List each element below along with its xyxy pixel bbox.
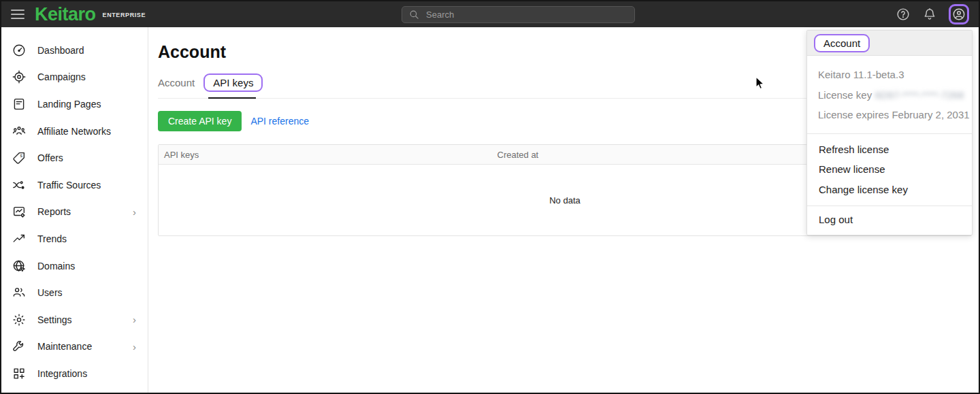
menu-item-account[interactable]: Account xyxy=(807,31,972,56)
search-bar[interactable] xyxy=(402,6,635,23)
menu-item-log-out[interactable]: Log out xyxy=(807,206,972,235)
trend-up-icon xyxy=(12,231,27,246)
tab-api-keys[interactable]: API keys xyxy=(203,73,263,92)
sidebar-item-label: Reports xyxy=(37,206,71,217)
license-key-label: License key xyxy=(818,89,872,101)
sidebar-item-users[interactable]: Users xyxy=(1,279,148,306)
sidebar-item-label: Traffic Sources xyxy=(37,180,101,191)
globe-icon xyxy=(12,259,27,274)
sidebar-item-label: Trends xyxy=(37,233,67,244)
chevron-right-icon: › xyxy=(133,206,136,218)
sidebar-item-label: Dashboard xyxy=(37,45,84,56)
sidebar-item-trends[interactable]: Trends xyxy=(1,225,148,252)
search-icon xyxy=(408,9,420,20)
report-chart-icon xyxy=(12,204,27,219)
account-avatar-button[interactable] xyxy=(949,4,969,24)
avatar-icon xyxy=(951,7,966,22)
app-window: Keitaro ENTERPRISE Dashboard Campaigns L… xyxy=(0,0,980,394)
gear-icon xyxy=(12,312,27,327)
sidebar-item-label: Maintenance xyxy=(37,341,92,352)
sidebar-item-affiliate-networks[interactable]: Affiliate Networks xyxy=(1,118,148,145)
chevron-right-icon: › xyxy=(133,314,136,325)
license-info-section: Keitaro 11.1-beta.3 License key 6D97-***… xyxy=(807,56,972,134)
sidebar: Dashboard Campaigns Landing Pages Affili… xyxy=(1,27,148,393)
active-tab-underline xyxy=(208,97,256,99)
sidebar-item-label: Landing Pages xyxy=(37,99,101,110)
app-version: Keitaro 11.1-beta.3 xyxy=(818,65,961,85)
sidebar-item-settings[interactable]: Settings › xyxy=(1,306,148,333)
tag-icon: s xyxy=(12,150,27,165)
api-reference-link[interactable]: API reference xyxy=(250,116,309,127)
gauge-icon xyxy=(12,43,27,58)
sidebar-item-integrations[interactable]: Integrations xyxy=(1,360,148,387)
branch-icon xyxy=(12,178,27,193)
license-key-row: License key 6D97-****-****-7268 xyxy=(818,85,961,105)
license-key-value: 6D97-****-****-7268 xyxy=(875,89,964,101)
people-group-icon xyxy=(12,124,27,139)
sidebar-item-traffic-sources[interactable]: Traffic Sources xyxy=(1,171,148,199)
edition-label: ENTERPRISE xyxy=(103,12,146,18)
license-expiry: License expires February 2, 2031 xyxy=(818,105,961,125)
create-api-key-button[interactable]: Create API key xyxy=(158,111,242,131)
bell-icon[interactable] xyxy=(922,7,937,22)
sidebar-item-label: Domains xyxy=(37,261,75,272)
sidebar-item-campaigns[interactable]: Campaigns xyxy=(1,64,148,91)
sidebar-item-label: Users xyxy=(37,287,63,298)
page-icon xyxy=(12,97,27,112)
sidebar-item-offers[interactable]: s Offers xyxy=(1,144,148,171)
hamburger-menu-icon[interactable] xyxy=(11,10,24,19)
sidebar-item-domains[interactable]: Domains xyxy=(1,252,148,280)
top-bar: Keitaro ENTERPRISE xyxy=(1,1,979,27)
sidebar-item-landing-pages[interactable]: Landing Pages xyxy=(1,91,148,118)
sidebar-item-label: Offers xyxy=(37,152,63,163)
sidebar-item-label: Settings xyxy=(37,314,72,325)
keitaro-logo[interactable]: Keitaro xyxy=(35,1,96,27)
menu-item-refresh-license[interactable]: Refresh license xyxy=(807,139,972,160)
sidebar-item-label: Integrations xyxy=(37,368,87,379)
sidebar-item-maintenance[interactable]: Maintenance › xyxy=(1,333,148,361)
menu-item-account-label: Account xyxy=(814,34,870,52)
license-actions-section: Refresh license Renew license Change lic… xyxy=(807,134,972,207)
wrench-icon xyxy=(12,339,27,354)
users-icon xyxy=(12,285,27,300)
tab-account[interactable]: Account xyxy=(158,74,195,91)
search-input[interactable] xyxy=(426,10,634,20)
topbar-icons xyxy=(896,1,969,27)
sidebar-item-dashboard[interactable]: Dashboard xyxy=(1,37,148,64)
sidebar-item-label: Campaigns xyxy=(37,71,86,82)
account-dropdown-menu: Account Keitaro 11.1-beta.3 License key … xyxy=(806,30,973,235)
grid-plus-icon xyxy=(12,366,27,381)
svg-text:s: s xyxy=(20,153,22,158)
column-header-api-keys: API keys xyxy=(159,150,492,160)
sidebar-item-label: Affiliate Networks xyxy=(37,126,111,137)
sidebar-item-reports[interactable]: Reports › xyxy=(1,199,148,226)
help-icon[interactable] xyxy=(896,7,911,22)
chevron-right-icon: › xyxy=(133,341,136,352)
target-icon xyxy=(12,69,27,84)
menu-item-change-license-key[interactable]: Change license key xyxy=(807,180,972,200)
menu-item-renew-license[interactable]: Renew license xyxy=(807,159,972,180)
